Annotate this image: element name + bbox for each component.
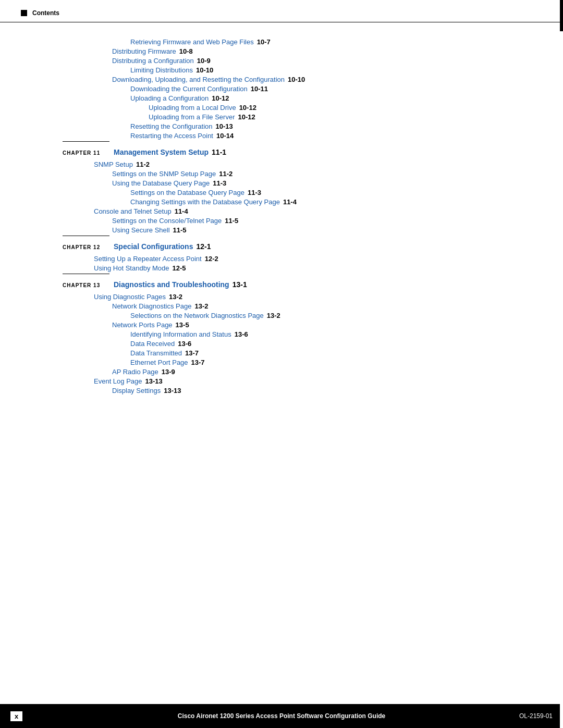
toc-entry: Using the Database Query Page11-3 <box>63 179 532 187</box>
page-footer: x Cisco Aironet 1200 Series Access Point… <box>0 704 563 728</box>
toc-link[interactable]: Using the Database Query Page <box>112 179 210 187</box>
toc-link[interactable]: Restarting the Access Point <box>130 132 213 140</box>
toc-entry: Uploading from a Local Drive10-12 <box>31 104 532 112</box>
toc-entry: Selections on the Network Diagnostics Pa… <box>63 312 532 319</box>
toc-page: 11-4 <box>175 207 188 215</box>
toc-page: 11-3 <box>248 189 261 196</box>
chapter-separator <box>63 236 109 236</box>
toc-link[interactable]: Settings on the Console/Telnet Page <box>112 217 222 225</box>
toc-link[interactable]: Downloading, Uploading, and Resetting th… <box>112 76 285 83</box>
toc-link[interactable]: Setting Up a Repeater Access Point <box>94 255 202 263</box>
toc-link[interactable]: Settings on the SNMP Setup Page <box>112 170 216 178</box>
footer-right-bar <box>560 704 563 728</box>
footer-doc-number: OL-2159-01 <box>519 712 553 720</box>
toc-entry: Setting Up a Repeater Access Point12-2 <box>63 255 532 263</box>
toc-entry: Ethernet Port Page13-7 <box>63 359 532 366</box>
header-square-icon <box>21 10 27 16</box>
toc-entry: Identifying Information and Status13-6 <box>63 330 532 338</box>
toc-entries-section: Retrieving Firmware and Web Page Files10… <box>31 38 532 140</box>
toc-link[interactable]: Uploading a Configuration <box>130 94 209 102</box>
toc-page: 10-12 <box>238 113 255 121</box>
toc-link[interactable]: Settings on the Database Query Page <box>130 189 244 196</box>
toc-entry: Changing Settings with the Database Quer… <box>63 198 532 206</box>
toc-page: 11-2 <box>136 161 150 168</box>
toc-link[interactable]: Data Transmitted <box>130 349 182 357</box>
toc-page: 13-7 <box>191 359 205 366</box>
toc-link[interactable]: Display Settings <box>112 387 161 394</box>
toc-page: 11-4 <box>283 198 297 206</box>
toc-entry: Console and Telnet Setup11-4 <box>63 207 532 215</box>
page-header: Contents <box>0 0 563 22</box>
toc-link[interactable]: SNMP Setup <box>94 161 133 168</box>
toc-page: 10-7 <box>257 38 271 46</box>
toc-link[interactable]: Using Hot Standby Mode <box>94 264 169 272</box>
toc-entry: Uploading a Configuration10-12 <box>31 94 532 102</box>
chapter-title[interactable]: Management System Setup <box>114 148 209 156</box>
toc-link[interactable]: Selections on the Network Diagnostics Pa… <box>130 312 264 319</box>
toc-link[interactable]: Event Log Page <box>94 377 142 385</box>
toc-link[interactable]: AP Radio Page <box>112 368 158 376</box>
toc-page: 13-13 <box>145 377 163 385</box>
toc-link[interactable]: Distributing Firmware <box>112 47 176 55</box>
toc-entry: Distributing Firmware10-8 <box>31 47 532 55</box>
page-border-top <box>560 0 563 31</box>
toc-link[interactable]: Data Received <box>130 340 175 348</box>
toc-page: 11-5 <box>173 226 187 234</box>
toc-page: 13-2 <box>169 293 182 301</box>
toc-link[interactable]: Retrieving Firmware and Web Page Files <box>130 38 254 46</box>
chapter-12-header: CHAPTER 12 Special Configurations 12-1 <box>31 242 532 251</box>
toc-link[interactable]: Network Diagnostics Page <box>112 302 191 310</box>
footer-page-number: x <box>10 711 22 721</box>
toc-link[interactable]: Network Ports Page <box>112 321 173 329</box>
toc-entry: Limiting Distributions10-10 <box>31 66 532 74</box>
toc-page: 10-8 <box>179 47 193 55</box>
toc-link[interactable]: Console and Telnet Setup <box>94 207 172 215</box>
toc-content: Retrieving Firmware and Web Page Files10… <box>0 22 563 438</box>
chapter-label: CHAPTER 12 <box>63 244 109 250</box>
chapter-13-entries: Using Diagnostic Pages13-2Network Diagno… <box>31 293 532 394</box>
toc-entry: Network Ports Page13-5 <box>63 321 532 329</box>
toc-entry: Settings on the SNMP Setup Page11-2 <box>63 170 532 178</box>
toc-entry: Restarting the Access Point10-14 <box>31 132 532 140</box>
chapter-title[interactable]: Diagnostics and Troubleshooting <box>114 280 229 289</box>
toc-link[interactable]: Using Diagnostic Pages <box>94 293 166 301</box>
toc-entry: Resetting the Configuration10-13 <box>31 122 532 130</box>
toc-page: 11-2 <box>219 170 232 178</box>
toc-link[interactable]: Downloading the Current Configuration <box>130 85 248 93</box>
toc-link[interactable]: Using Secure Shell <box>112 226 170 234</box>
toc-entry: SNMP Setup11-2 <box>63 161 532 168</box>
toc-link[interactable]: Identifying Information and Status <box>130 330 231 338</box>
chapter-title[interactable]: Special Configurations <box>114 242 193 251</box>
toc-page: 13-6 <box>235 330 248 338</box>
toc-page: 10-11 <box>251 85 268 93</box>
toc-entry: Using Secure Shell11-5 <box>63 226 532 234</box>
chapter-11-header: CHAPTER 11 Management System Setup 11-1 <box>31 148 532 156</box>
chapter-12-entries: Setting Up a Repeater Access Point12-2Us… <box>31 255 532 272</box>
chapters-section: CHAPTER 11 Management System Setup 11-1 … <box>31 141 532 394</box>
toc-entry: Settings on the Console/Telnet Page11-5 <box>63 217 532 225</box>
toc-page: 13-2 <box>267 312 280 319</box>
toc-link[interactable]: Distributing a Configuration <box>112 57 194 65</box>
toc-page: 12-5 <box>173 264 186 272</box>
toc-link[interactable]: Limiting Distributions <box>130 66 193 74</box>
toc-entry: Settings on the Database Query Page11-3 <box>63 189 532 196</box>
toc-page: 10-10 <box>288 76 305 83</box>
toc-entry: AP Radio Page13-9 <box>63 368 532 376</box>
chapter-separator <box>63 274 109 274</box>
toc-entry: Retrieving Firmware and Web Page Files10… <box>31 38 532 46</box>
toc-entry: Network Diagnostics Page13-2 <box>63 302 532 310</box>
chapter-page: 13-1 <box>232 280 247 289</box>
toc-link[interactable]: Uploading from a Local Drive <box>149 104 236 112</box>
toc-entry: Data Received13-6 <box>63 340 532 348</box>
toc-link[interactable]: Changing Settings with the Database Quer… <box>130 198 280 206</box>
toc-entry: Distributing a Configuration10-9 <box>31 57 532 65</box>
toc-entry: Using Hot Standby Mode12-5 <box>63 264 532 272</box>
footer-left: x <box>10 711 31 721</box>
toc-entry: Using Diagnostic Pages13-2 <box>63 293 532 301</box>
toc-link[interactable]: Ethernet Port Page <box>130 359 188 366</box>
toc-link[interactable]: Uploading from a File Server <box>149 113 235 121</box>
toc-page: 13-5 <box>176 321 189 329</box>
toc-page: 10-9 <box>197 57 211 65</box>
toc-page: 10-14 <box>216 132 234 140</box>
toc-link[interactable]: Resetting the Configuration <box>130 122 213 130</box>
